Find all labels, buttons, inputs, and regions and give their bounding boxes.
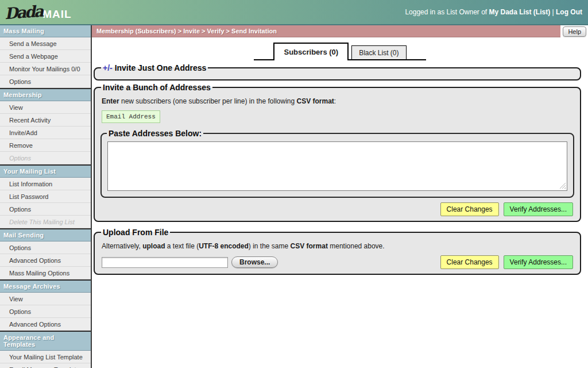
help-box: Help xyxy=(560,25,588,37)
instruction-text: Alternatively, xyxy=(102,242,142,250)
browse-button[interactable]: Browse... xyxy=(231,256,278,268)
sidebar-item-mass-mailing-options[interactable]: Mass Mailing Options xyxy=(0,267,91,279)
tab-strip: Subscribers (0)Black List (0) xyxy=(254,41,426,60)
sidebar-item-list-information[interactable]: List Information xyxy=(0,178,91,190)
upload-instruction: Alternatively, upload a text file (UTF-8… xyxy=(102,242,573,250)
invite-just-one-address-fieldset: +/- Invite Just One Address xyxy=(94,63,581,80)
dada-mail-logo[interactable]: Dada MAIL xyxy=(5,5,72,20)
sidebar-item-send-a-message[interactable]: Send a Message xyxy=(0,37,91,50)
collapse-toggle-link[interactable]: +/- xyxy=(103,63,113,72)
instruction-text: a text file ( xyxy=(165,242,199,250)
logo-mail-text: MAIL xyxy=(42,9,71,20)
sidebar-section-mass-mailing: Mass Mailing xyxy=(0,25,91,37)
sidebar-section-membership: Membership xyxy=(0,88,91,101)
verify-addresses-button[interactable]: Verify Addresses... xyxy=(504,255,573,269)
sidebar-section-mail-sending: Mail Sending xyxy=(0,228,91,241)
clear-changes-button[interactable]: Clear Changes xyxy=(440,255,499,269)
sidebar-item-advanced-options[interactable]: Advanced Options xyxy=(0,254,91,267)
invite-a-bunch-of-addresses-legend: Invite a Bunch of Addresses xyxy=(101,83,212,92)
instruction-bold: Enter xyxy=(102,97,119,105)
textarea-wrapper xyxy=(107,141,567,191)
instruction-bold: CSV format xyxy=(297,97,334,105)
invite-just-one-address-legend: +/- Invite Just One Address xyxy=(101,63,208,72)
instruction-text: new subscribers (one subscriber per line… xyxy=(119,97,297,105)
sidebar-item-view[interactable]: View xyxy=(0,293,91,305)
sidebar-item-your-mailing-list-template[interactable]: Your Mailing List Template xyxy=(0,351,91,363)
sidebar: Mass MailingSend a MessageSend a Webpage… xyxy=(0,25,92,368)
instruction-text: ) in the same xyxy=(249,242,291,250)
instruction-text: : xyxy=(334,97,336,105)
csv-format-instruction: Enter new subscribers (one subscriber pe… xyxy=(102,97,573,105)
instruction-bold: CSV format xyxy=(291,242,328,250)
csv-format-chip: Email Address xyxy=(102,110,160,123)
sidebar-item-invite-add[interactable]: Invite/Add xyxy=(0,126,91,139)
sidebar-item-remove[interactable]: Remove xyxy=(0,139,91,152)
instruction-text: mentioned above. xyxy=(328,242,385,250)
sidebar-item-recent-activity[interactable]: Recent Activity xyxy=(0,114,91,126)
paste-addresses-fieldset: Paste Addresses Below: xyxy=(100,129,574,198)
login-status: Logged in as List Owner of My Dada List … xyxy=(405,8,582,16)
sidebar-item-advanced-options[interactable]: Advanced Options xyxy=(0,318,91,331)
paste-addresses-textarea[interactable] xyxy=(107,141,567,191)
main-area: Membership (Subscribers) > Invite > Veri… xyxy=(92,25,588,368)
login-prefix: Logged in as List Owner of xyxy=(405,8,487,16)
sidebar-item-list-password[interactable]: List Password xyxy=(0,190,91,203)
sidebar-item-options[interactable]: Options xyxy=(0,241,91,254)
paste-addresses-legend: Paste Addresses Below: xyxy=(107,129,203,138)
logo-dada-script: Dada xyxy=(4,3,42,21)
sidebar-item-options[interactable]: Options xyxy=(0,203,91,216)
upload-actions-row: Clear Changes Verify Addresses... xyxy=(440,255,573,269)
tab-subscribers-0[interactable]: Subscribers (0) xyxy=(273,43,349,60)
sidebar-item-view[interactable]: View xyxy=(0,101,91,114)
sidebar-item-send-a-webpage[interactable]: Send a Webpage xyxy=(0,50,91,63)
sidebar-item-options[interactable]: Options xyxy=(0,305,91,318)
clear-changes-button[interactable]: Clear Changes xyxy=(440,202,499,216)
invite-a-bunch-of-addresses-fieldset: Invite a Bunch of Addresses Enter new su… xyxy=(94,83,581,222)
sidebar-item-options[interactable]: Options xyxy=(0,75,91,88)
sidebar-item-monitor-your-mailings-0-0[interactable]: Monitor Your Mailings 0/0 xyxy=(0,63,91,75)
sidebar-item-delete-this-mailing-list: Delete This Mailing List xyxy=(0,216,91,228)
collapsed-body xyxy=(100,72,574,76)
instruction-bold: upload xyxy=(142,242,165,250)
login-separator: | xyxy=(552,8,554,16)
sidebar-section-message-archives: Message Archives xyxy=(0,279,91,293)
file-path-input[interactable] xyxy=(102,257,228,268)
sidebar-item-options: Options xyxy=(0,152,91,164)
sidebar-section-your-mailing-list: Your Mailing List xyxy=(0,164,91,178)
current-list-name: My Dada List (List) xyxy=(489,8,551,16)
sidebar-section-appearance-and-templates: Appearance and Templates xyxy=(0,331,91,351)
instruction-bold: UTF-8 encoded xyxy=(199,242,249,250)
sidebar-item-email-message-templates[interactable]: Email Message Templates xyxy=(0,363,91,368)
file-input-group: Browse... xyxy=(102,256,278,268)
tab-black-list-0[interactable]: Black List (0) xyxy=(351,45,406,59)
help-button[interactable]: Help xyxy=(563,26,586,37)
upload-from-file-fieldset: Upload From File Alternatively, upload a… xyxy=(94,228,581,275)
logout-link[interactable]: Log Out xyxy=(556,8,582,16)
upload-from-file-legend: Upload From File xyxy=(101,228,170,237)
upload-row: Browse... Clear Changes Verify Addresses… xyxy=(102,255,573,269)
app-header: Dada MAIL Logged in as List Owner of My … xyxy=(0,0,588,25)
paste-actions-row: Clear Changes Verify Addresses... xyxy=(102,202,573,216)
breadcrumb: Membership (Subscribers) > Invite > Veri… xyxy=(92,25,560,37)
breadcrumb-bar: Membership (Subscribers) > Invite > Veri… xyxy=(92,25,588,37)
invite-just-one-address-title: Invite Just One Address xyxy=(115,63,207,72)
content: +/- Invite Just One Address Invite a Bun… xyxy=(92,60,588,277)
verify-addresses-button[interactable]: Verify Addresses... xyxy=(504,202,573,216)
